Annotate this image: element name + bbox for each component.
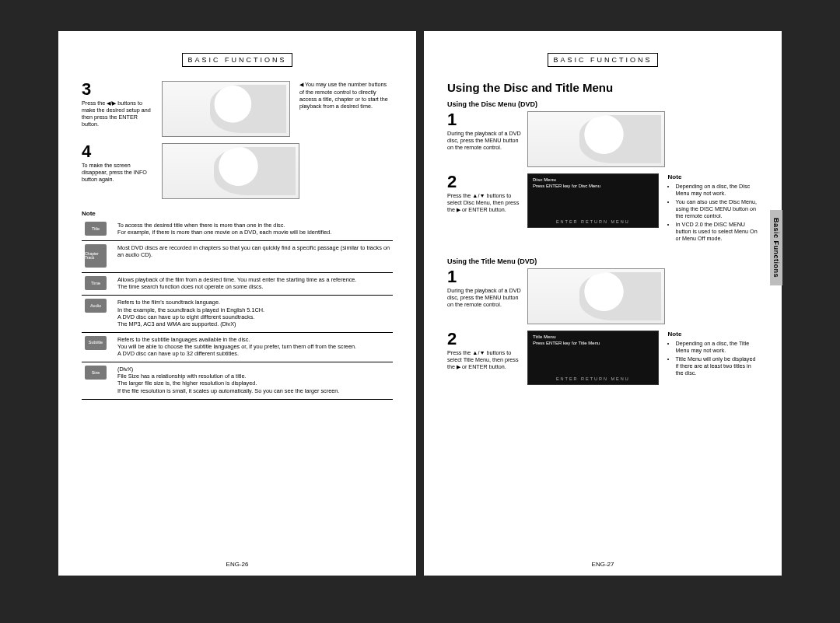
list-item: You can also use the Disc Menu, using th…	[676, 198, 758, 219]
remote-illustration	[162, 143, 299, 199]
table-row: AudioRefers to the film's soundtrack lan…	[82, 296, 393, 332]
table-row: Size(DivX) File Size has a relationship …	[82, 362, 393, 399]
triangle-icon: ◀	[299, 82, 305, 87]
table-row: SubtitleRefers to the subtitle languages…	[82, 332, 393, 362]
row-text: (DivX) File Size has a relationship with…	[114, 362, 393, 399]
info-table: TitleTo access the desired title when th…	[82, 219, 393, 400]
title-step-2-row: 2 Press the ▲/▼ buttons to select Title …	[447, 331, 758, 391]
row-icon: Chapter Track	[85, 244, 107, 268]
row-text: To access the desired title when there i…	[114, 219, 393, 241]
row-icon: Audio	[85, 299, 107, 313]
row-text: Refers to the subtitle languages availab…	[114, 332, 393, 362]
remote-illustration	[162, 81, 290, 137]
list-item: In VCD 2.0 the DISC MENU button is used …	[676, 221, 758, 242]
step-number: 1	[447, 111, 521, 128]
section-header: BASIC FUNCTIONS	[182, 53, 292, 67]
disc-note: Note Depending on a disc, the Disc Menu …	[668, 173, 758, 243]
step-description: To make the screen disappear, press the …	[82, 162, 156, 183]
step-description: During the playback of a DVD disc, press…	[447, 130, 521, 151]
row-text: Refers to the film's soundtrack language…	[114, 296, 393, 332]
table-row: TitleTo access the desired title when th…	[82, 219, 393, 241]
list-item: Title Menu will only be displayed if the…	[676, 355, 758, 376]
table-row: Chapter TrackMost DVD discs are recorded…	[82, 241, 393, 273]
page-number: ENG-27	[424, 561, 782, 568]
subsection-title: Using the Disc Menu (DVD)	[447, 100, 758, 108]
step-4-row: 4 To make the screen disappear, press th…	[82, 143, 299, 199]
table-row: TimeAllows playback of the film from a d…	[82, 273, 393, 296]
note-heading: Note	[82, 210, 393, 217]
row-text: Allows playback of the film from a desir…	[114, 273, 393, 296]
page-left: BASIC FUNCTIONS 3 Press the ◀/▶ buttons …	[58, 31, 416, 576]
remote-illustration	[527, 111, 665, 167]
page-right: BASIC FUNCTIONS Using the Disc and Title…	[424, 31, 782, 576]
page-number: ENG-26	[58, 561, 416, 568]
row-icon: Subtitle	[85, 336, 107, 350]
page-title: Using the Disc and Title Menu	[447, 81, 758, 94]
step-description: Press the ▲/▼ buttons to select Title Me…	[447, 349, 521, 370]
title-note: Note Depending on a disc, the Title Menu…	[668, 331, 758, 378]
disc-step-1: 1 During the playback of a DVD disc, pre…	[447, 111, 665, 167]
row-text: Most DVD discs are recorded in chapters …	[114, 241, 393, 273]
thumb-tab: Basic Functions	[770, 210, 782, 285]
step-number: 2	[447, 331, 521, 348]
row-icon: Time	[85, 276, 107, 290]
subsection-title: Using the Title Menu (DVD)	[447, 257, 758, 265]
list-item: Depending on a disc, the Disc Menu may n…	[676, 183, 758, 197]
step-number: 1	[447, 268, 521, 285]
step-description: Press the ◀/▶ buttons to make the desire…	[82, 100, 156, 128]
step-number: 3	[82, 81, 156, 98]
disc-step-2-row: 2 Press the ▲/▼ buttons to select Disc M…	[447, 173, 758, 243]
osd-illustration: Title Menu Press ENTER key for Title Men…	[527, 331, 659, 385]
title-step-1: 1 During the playback of a DVD disc, pre…	[447, 268, 665, 324]
step-number: 4	[82, 143, 156, 160]
list-item: Depending on a disc, the Title Menu may …	[676, 340, 758, 354]
step-description: During the playback of a DVD disc, press…	[447, 287, 521, 308]
row-icon: Size	[85, 366, 107, 380]
page-spread: BASIC FUNCTIONS 3 Press the ◀/▶ buttons …	[58, 31, 782, 576]
note-heading: Note	[668, 173, 758, 181]
step-3-row: 3 Press the ◀/▶ buttons to make the desi…	[82, 81, 393, 143]
step-side-note: ◀ You may use the number buttons of the …	[299, 81, 393, 110]
osd-illustration: Disc Menu Press ENTER key for Disc Menu …	[527, 173, 659, 228]
note-heading: Note	[668, 331, 758, 338]
step-number: 2	[447, 173, 521, 191]
remote-illustration	[527, 268, 665, 324]
step-description: Press the ▲/▼ buttons to select Disc Men…	[447, 192, 521, 213]
row-icon: Title	[85, 222, 107, 236]
section-header: BASIC FUNCTIONS	[548, 53, 658, 67]
